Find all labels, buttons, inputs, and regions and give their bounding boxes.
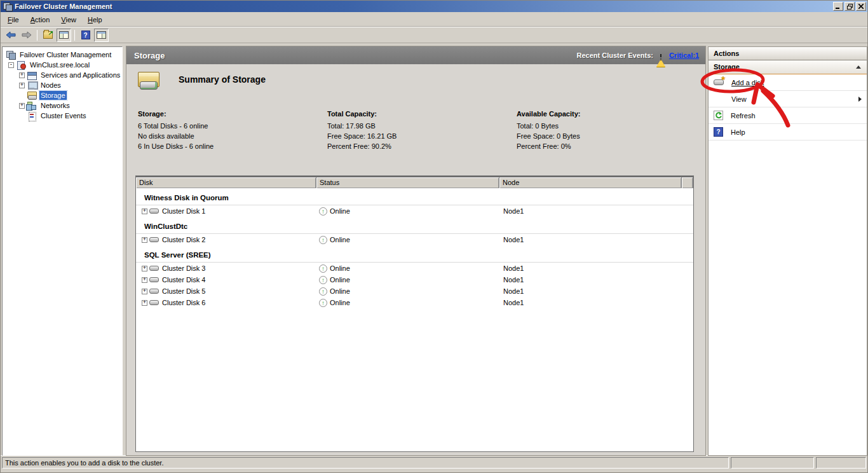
expander-icon[interactable]: +	[142, 289, 147, 294]
column-header-filler	[682, 177, 693, 188]
disk-name: Cluster Disk 3	[162, 264, 205, 272]
pane-title: Storage	[134, 51, 165, 60]
tree-item-cluster-events[interactable]: Cluster Events	[3, 111, 122, 121]
window-title: Failover Cluster Management	[15, 3, 833, 10]
disk-list-header: Disk Status Node	[136, 177, 693, 188]
tree-item-winclust-sree-local[interactable]: -WinClust.sree.local	[3, 60, 122, 70]
node-cell: Node1	[499, 287, 682, 295]
tree-item-label: Cluster Events	[39, 111, 88, 120]
menu-file[interactable]: File	[2, 14, 25, 25]
menu-help[interactable]: Help	[82, 14, 108, 25]
disk-row-cluster-disk-5[interactable]: +Cluster Disk 5OnlineNode1	[136, 285, 693, 297]
action-label: Add a disk	[731, 79, 764, 86]
back-button[interactable]	[3, 29, 18, 42]
online-status-icon	[319, 264, 327, 273]
disk-cell: +Cluster Disk 3	[136, 264, 316, 272]
status-text: Online	[330, 287, 350, 295]
expander-icon[interactable]: +	[19, 103, 25, 109]
forward-button[interactable]	[19, 29, 34, 42]
tree-item-label: Failover Cluster Management	[18, 50, 112, 59]
action-refresh[interactable]: Refresh	[709, 107, 867, 124]
disk-row-cluster-disk-6[interactable]: +Cluster Disk 6OnlineNode1	[136, 297, 693, 308]
tree-item-services-and-applications[interactable]: +Services and Applications	[3, 70, 122, 80]
tree-item-storage[interactable]: Storage	[3, 90, 122, 100]
column-header-node[interactable]: Node	[499, 177, 682, 188]
action-label: View	[731, 95, 747, 103]
forward-arrow-icon	[22, 31, 32, 39]
disk-row-cluster-disk-3[interactable]: +Cluster Disk 3OnlineNode1	[136, 263, 693, 274]
status-text: Online	[330, 236, 350, 243]
expander-icon[interactable]: -	[8, 62, 14, 68]
group-label: WinClustDtc	[144, 223, 187, 230]
action-add-a-disk[interactable]: Add a disk	[709, 74, 867, 91]
status-cell: Online	[316, 236, 499, 244]
disk-row-cluster-disk-1[interactable]: +Cluster Disk 1OnlineNode1	[136, 205, 693, 217]
add-disk-icon	[714, 79, 724, 85]
expander-icon[interactable]: +	[142, 237, 147, 243]
online-status-icon	[319, 207, 327, 216]
up-one-level-button[interactable]	[41, 29, 55, 42]
disk-group-witness-disk-in-quorum: Witness Disk in Quorum	[136, 188, 693, 205]
show-console-tree-button[interactable]	[57, 29, 71, 42]
disk-group-sql-server-sree: SQL Server (SREE)	[136, 245, 693, 263]
menu-action[interactable]: Action	[25, 14, 56, 25]
actions-section-storage[interactable]: Storage	[709, 60, 867, 74]
close-button[interactable]	[856, 2, 866, 11]
disk-name: Cluster Disk 4	[162, 276, 205, 284]
summary-title: Summary of Storage	[179, 74, 266, 85]
results-pane: Storage Recent Cluster Events: Critical:…	[126, 46, 706, 456]
summary-line: Total: 0 Bytes	[517, 121, 580, 131]
status-segment	[731, 457, 814, 469]
status-text: Online	[330, 264, 350, 272]
tree-item-networks[interactable]: +Networks	[3, 100, 122, 111]
status-cell: Online	[316, 287, 499, 296]
disk-row-cluster-disk-4[interactable]: +Cluster Disk 4OnlineNode1	[136, 274, 693, 285]
summary-column-total-capacity: Total Capacity: Total: 17.98 GB Free Spa…	[327, 110, 517, 151]
show-action-pane-button[interactable]	[94, 29, 109, 42]
menu-view[interactable]: View	[55, 14, 82, 25]
tree-item-label: Services and Applications	[39, 71, 121, 79]
node-cell: Node1	[499, 207, 682, 215]
minimize-icon	[836, 4, 841, 9]
summary-line: Percent Free: 90.2%	[327, 141, 517, 151]
disk-row-cluster-disk-2[interactable]: +Cluster Disk 2OnlineNode1	[136, 234, 693, 245]
critical-events-link[interactable]: Critical:1	[669, 51, 699, 59]
restore-button[interactable]	[844, 2, 855, 11]
expander-icon[interactable]: +	[142, 277, 147, 283]
main-area: Failover Cluster Management -WinClust.sr…	[1, 43, 867, 455]
online-status-icon	[319, 299, 327, 307]
disk-icon	[149, 237, 159, 242]
expander-icon[interactable]: +	[142, 300, 147, 306]
column-header-status[interactable]: Status	[316, 177, 499, 188]
group-label: Witness Disk in Quorum	[144, 194, 229, 202]
collapse-section-icon[interactable]	[856, 65, 861, 69]
tree-item-nodes[interactable]: +Nodes	[3, 80, 122, 90]
disk-group-winclustdtc: WinClustDtc	[136, 217, 693, 234]
action-label: Refresh	[731, 112, 756, 120]
toolbar-separator	[37, 30, 37, 41]
expander-icon[interactable]: +	[142, 209, 147, 214]
summary-heading: Storage:	[138, 110, 327, 118]
tree-item-failover-cluster-management[interactable]: Failover Cluster Management	[3, 50, 122, 60]
expander-icon[interactable]: +	[19, 83, 25, 88]
tree-item-label: Storage	[39, 91, 67, 100]
expander-icon[interactable]: +	[142, 266, 147, 271]
status-cell: Online	[316, 299, 499, 307]
column-header-disk[interactable]: Disk	[136, 177, 316, 188]
expander-icon[interactable]: +	[19, 72, 25, 78]
status-text: Online	[330, 299, 350, 306]
action-view[interactable]: View	[709, 91, 867, 107]
console-root-icon	[6, 51, 16, 59]
app-icon	[3, 3, 12, 11]
summary-line: Percent Free: 0%	[517, 141, 580, 151]
disk-icon	[149, 289, 159, 294]
summary-line: Free Space: 0 Bytes	[517, 131, 580, 141]
action-help[interactable]: Help	[709, 124, 867, 141]
events-icon	[27, 112, 37, 120]
help-button[interactable]	[78, 29, 93, 42]
disk-cell: +Cluster Disk 5	[136, 287, 316, 295]
status-cell: Online	[316, 276, 499, 284]
minimize-button[interactable]	[833, 2, 843, 11]
refresh-icon	[714, 111, 723, 120]
app-window: Failover Cluster Management File Action …	[0, 0, 868, 473]
